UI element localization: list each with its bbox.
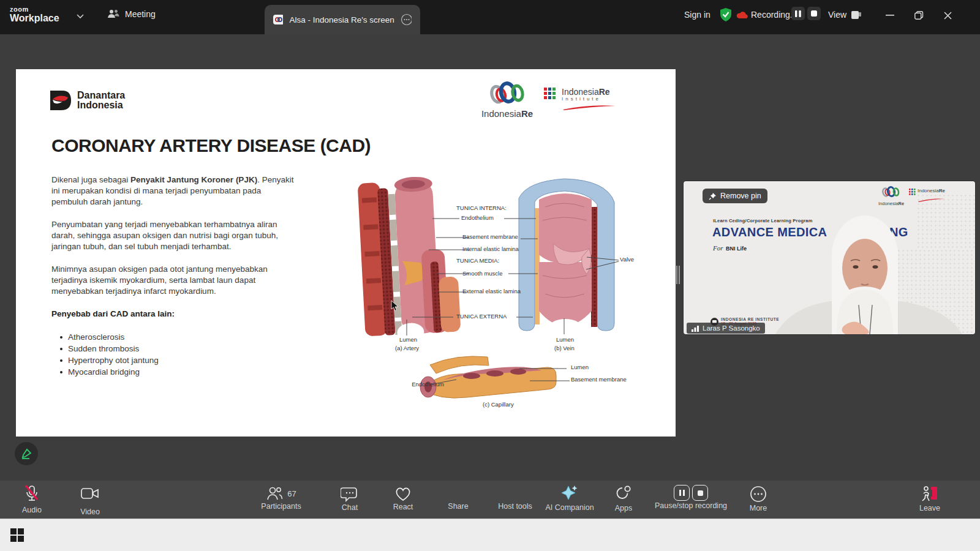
pause-icon	[795, 10, 801, 17]
pause-recording-button[interactable]	[791, 7, 805, 20]
participants-button[interactable]: 67 Participants	[253, 481, 309, 519]
shared-slide: Danantara Indonesia IndonesiaRe Indonesi…	[16, 69, 676, 437]
label-internal-elastic-lamina: Internal elastic lamina	[462, 246, 519, 252]
label-cap-basement-membrane: Basement membrane	[571, 376, 627, 383]
video-button[interactable]: Video	[72, 481, 108, 519]
p1-bold: Penyakit Jantung Koroner (PJK)	[130, 175, 257, 184]
active-tab-label: Alsa - Indonesia Re's screen	[289, 15, 394, 24]
paragraph-1: Dikenal juga sebagai Penyakit Jantung Ko…	[51, 174, 299, 208]
label-endothelium: Endothelium	[461, 214, 494, 221]
stop-recording-button[interactable]	[807, 7, 821, 20]
ai-companion-label: AI Companion	[545, 503, 594, 512]
view-layout-icon	[851, 10, 862, 20]
label-cap-endothelium: Endothelium	[392, 381, 444, 388]
bullet-myocardial-bridging: Myocardial bridging	[68, 367, 140, 377]
share-label: Share	[448, 502, 468, 511]
causes-heading: Penyebab dari CAD antara lain:	[51, 309, 299, 320]
pinned-video-tile[interactable]: IndonesiaRe IndonesiaRe iLearn Ceding/Co…	[684, 181, 975, 334]
leave-label: Leave	[919, 504, 940, 512]
indonesiare-rings-icon	[485, 80, 529, 106]
tab-options-icon[interactable]	[401, 13, 412, 26]
sign-in-button[interactable]: Sign in	[684, 10, 710, 20]
audio-label: Audio	[22, 506, 42, 514]
pause-icon	[679, 490, 685, 496]
pause-recording-toolbar-button[interactable]	[674, 485, 690, 501]
institute-logo: IndonesiaRe Institute	[544, 88, 617, 113]
vein-drawing	[519, 179, 614, 335]
remove-pin-button[interactable]: Remove pin	[703, 189, 767, 203]
tab-meeting[interactable]: Meeting	[107, 9, 156, 20]
label-smooth-muscle: Smooth muscle	[462, 270, 502, 277]
pin-icon	[709, 192, 717, 200]
record-controls: Pause/stop recording	[648, 481, 734, 519]
connection-signal-icon	[692, 325, 699, 332]
stop-icon	[811, 10, 817, 17]
slide-title: CORONARY ARTERY DISEASE (CAD)	[51, 135, 371, 156]
apps-button[interactable]: Apps	[605, 481, 642, 519]
list-item: Hypertrophy otot jantung	[60, 354, 159, 366]
audio-button[interactable]: Audio	[13, 481, 50, 519]
label-external-elastic-lamina: External elastic lamina	[462, 288, 521, 294]
bullet-sudden-thrombosis: Sudden thrombosis	[68, 344, 139, 353]
annotate-button[interactable]	[15, 442, 38, 465]
chat-button[interactable]: Chat	[331, 481, 368, 519]
zoom-workplace-logo: zoom Workplace	[10, 6, 59, 24]
meeting-toolbar: Audio Video 67 Participants Chat	[0, 481, 980, 519]
label-tunica-interna: TUNICA INTERNA:	[456, 204, 507, 211]
react-button[interactable]: React	[385, 481, 421, 519]
brand-workplace: Workplace	[10, 13, 59, 24]
windows-taskbar: 10:06 21/08/2025 6	[0, 519, 980, 551]
view-button[interactable]: View	[828, 10, 862, 20]
react-label: React	[393, 503, 413, 511]
minimize-button[interactable]	[880, 5, 900, 26]
shared-screen-icon	[273, 14, 283, 25]
bullet-atherosclerosis: Atherosclerosis	[68, 332, 124, 342]
share-button[interactable]: Share	[440, 481, 477, 519]
microphone-muted-icon	[23, 484, 41, 505]
danantara-line1: Danantara	[77, 91, 125, 100]
recording-cloud-icon	[736, 10, 748, 19]
label-tunica-externa: TUNICA EXTERNA	[456, 313, 507, 320]
more-ellipsis-icon	[749, 485, 767, 503]
causes-list: Atherosclerosis Sudden thrombosis Hypert…	[60, 331, 159, 378]
close-button[interactable]	[937, 5, 958, 26]
paragraph-3: Minimnya asupan oksigen pada otot jantun…	[51, 264, 299, 297]
label-lumen-artery: Lumen	[399, 336, 417, 343]
label-valve: Valve	[620, 256, 634, 263]
panel-resize-handle[interactable]	[676, 266, 681, 284]
indonesiare-logo: IndonesiaRe	[477, 80, 538, 119]
apps-label: Apps	[615, 504, 633, 512]
stop-recording-toolbar-button[interactable]	[692, 485, 708, 501]
stop-icon	[698, 490, 703, 496]
participant-name-tag: Laras P Sasongko	[687, 323, 765, 334]
danantara-line2: Indonesia	[77, 100, 125, 110]
meeting-tab-label: Meeting	[125, 9, 156, 19]
caption-vein: (b) Vein	[554, 345, 575, 351]
host-tools-button[interactable]: Host tools	[494, 481, 537, 519]
danantara-logo: Danantara Indonesia	[49, 89, 125, 111]
institute-swoosh	[562, 105, 617, 110]
maximize-button[interactable]	[908, 5, 929, 26]
security-shield-icon[interactable]	[719, 7, 733, 22]
pencil-icon	[20, 448, 32, 460]
bullet-hypertrophy: Hypertrophy otot jantung	[68, 356, 159, 365]
more-button[interactable]: More	[740, 481, 777, 519]
more-label: More	[750, 504, 767, 512]
list-item: Sudden thrombosis	[60, 343, 159, 354]
video-camera-icon	[80, 486, 100, 507]
participants-label: Participants	[261, 502, 301, 511]
participant-name: Laras P Sasongko	[703, 324, 760, 332]
start-button[interactable]	[10, 528, 24, 542]
recording-status-text: Recording...	[751, 10, 797, 20]
tab-shared-screen[interactable]: Alsa - Indonesia Re's screen	[265, 5, 420, 34]
chat-bubble-icon	[341, 485, 359, 503]
chevron-down-icon[interactable]	[76, 13, 85, 20]
leave-button[interactable]: Leave	[911, 481, 948, 519]
participants-count: 67	[287, 489, 296, 498]
ai-companion-button[interactable]: AI Companion	[541, 481, 598, 519]
institute-text: Indonesia	[562, 87, 599, 97]
presenter-video	[684, 181, 975, 334]
ai-companion-sparkle-icon	[560, 484, 579, 503]
list-item: Atherosclerosis	[60, 331, 159, 343]
zoom-titlebar: zoom Workplace Meeting Alsa - Indonesia …	[0, 0, 980, 34]
